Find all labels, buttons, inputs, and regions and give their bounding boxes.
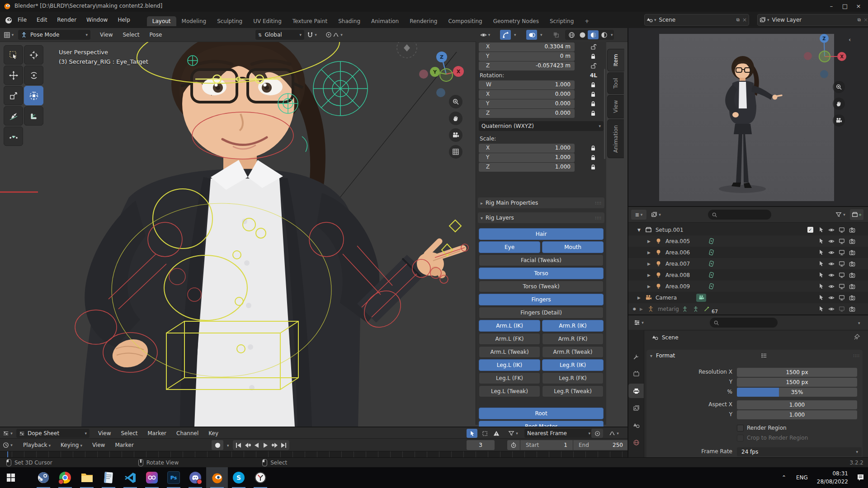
notepad-icon[interactable] [98,467,119,488]
location-x-row[interactable]: X0.3304 m [479,42,604,52]
location-y-row[interactable]: Y0 m [479,52,604,61]
filter-type-icon[interactable]: ▾ [648,210,664,220]
dope-menu-view[interactable]: View [93,430,116,436]
presets-list-icon[interactable] [761,352,767,359]
display-mode-dropdown[interactable]: ≣▾ [631,210,646,220]
rotation-lock-badge[interactable]: 4L [590,72,597,79]
rig-layer-root[interactable]: Root [479,408,604,419]
editor-type-timeline-icon[interactable]: ▾ [2,441,14,450]
notification-center-icon[interactable] [853,474,868,481]
proportional-editing-icon[interactable] [591,429,603,438]
hide-eye-icon[interactable] [828,261,835,267]
tool-transform[interactable] [24,86,43,105]
lock-icon[interactable] [590,91,596,98]
frame-start-field[interactable]: Start1 [520,440,573,450]
zoom-view-icon[interactable] [449,95,462,108]
tab-render-properties[interactable] [628,366,644,381]
frame-rate-dropdown[interactable]: 24 fps▾ [737,447,862,456]
lock-icon[interactable] [590,101,596,107]
outliner-search-input[interactable] [708,210,771,220]
overlays-options-chevron[interactable]: ▾ [540,33,542,37]
tool-cursor[interactable] [24,45,43,65]
vscode-icon[interactable] [119,467,141,488]
rotation-y-row[interactable]: Y0.000 [479,99,604,108]
hide-eye-icon[interactable] [828,306,835,312]
collection-checkbox[interactable]: ✓ [807,227,813,233]
rig-layer-hair[interactable]: Hair [479,228,604,240]
render-disable-camera-icon[interactable] [849,227,855,233]
disclosure-triangle-icon[interactable]: ▼ [637,228,641,232]
tab-shading[interactable]: Shading [333,16,366,26]
rig-layer-fingers[interactable]: Fingers [479,294,604,305]
light-data-icon[interactable] [708,283,715,290]
rig-layer-arm-l-ik[interactable]: Arm.L (IK) [479,320,540,332]
rotation-x-row[interactable]: X0.000 [479,90,604,99]
zoom-view-icon[interactable] [833,81,845,93]
sidebar-tab-tool[interactable]: Tool [607,72,624,94]
jump-to-start-button[interactable] [234,441,243,450]
rig-layer-leg-r-fk[interactable]: Leg.R (FK) [542,372,604,384]
tab-layout[interactable]: Layout [147,16,176,26]
selectable-pointer-icon[interactable] [818,272,824,278]
proportional-editing-icon[interactable]: ▾ [324,30,344,40]
selectable-pointer-icon[interactable] [818,283,824,289]
properties-search-input[interactable] [710,318,778,328]
tab-view-layer-properties[interactable] [628,401,644,415]
outliner-row-light[interactable]: ▶ Area.005 [628,235,868,247]
camera-view-icon[interactable] [449,128,462,142]
timeline-menu-marker[interactable]: Marker [110,442,138,448]
collapse-panel-chevron[interactable]: ‹ [849,36,851,43]
tool-measure[interactable] [24,106,43,126]
dope-menu-marker[interactable]: Marker [143,430,171,436]
tab-scene-properties[interactable] [628,418,644,432]
tool-select-box[interactable] [4,45,23,65]
shading-rendered-icon[interactable] [599,30,609,39]
location-z-row[interactable]: Z-0.057423 m [479,61,604,70]
selectable-pointer-icon[interactable] [818,261,824,267]
tab-tool-properties[interactable] [628,349,644,364]
skype-icon[interactable]: S [228,467,250,488]
transform-orientation-selector[interactable]: ⇅ Global ▾ [255,30,304,40]
view-layer-selector[interactable]: ▾ View Layer ⧉ × [757,14,868,26]
photoshop-icon[interactable]: Ps [163,467,184,488]
jump-prev-keyframe-button[interactable] [243,441,252,450]
format-panel-title[interactable]: Format [656,352,675,359]
disclosure-triangle-icon[interactable]: ▶ [647,262,651,266]
aspect-y-field[interactable]: 1.000 [737,410,857,419]
breadcrumb-scene[interactable]: Scene [662,334,679,341]
gizmo-axis-neg-y[interactable] [440,69,453,81]
properties-options-chevron[interactable]: ▾ [858,321,860,325]
navigation-gizmo[interactable]: Y Z X [418,46,472,100]
tab-output-properties[interactable] [628,384,644,398]
outliner-row-light[interactable]: ▶ Area.009 [628,281,868,292]
disclosure-triangle-icon[interactable]: ▶ [647,273,651,277]
keying-menu[interactable]: Keying▾ [56,442,87,448]
scale-z-row[interactable]: Z1.000 [479,163,604,172]
rig-layer-leg-l-fk[interactable]: Leg.L (FK) [479,372,540,384]
panel-grip-icon[interactable]: :::: [853,354,860,358]
minimize-button[interactable]: – [825,3,838,9]
viewport-menu-select[interactable]: Select [118,32,144,38]
disclosure-triangle-icon[interactable]: ▶ [647,250,651,255]
sidebar-tab-view[interactable]: View [607,95,624,118]
only-selected-pointer-icon[interactable] [467,429,477,438]
viewport-disable-screen-icon[interactable] [839,227,845,233]
editor-type-dope-icon[interactable]: ▾ [2,429,14,438]
dope-menu-key[interactable]: Key [203,430,223,436]
clock-app-icon[interactable] [250,467,271,488]
render-disable-camera-icon[interactable] [849,272,855,278]
remove-view-layer-icon[interactable]: × [863,17,868,23]
scene-selector[interactable]: ▾ Scene ⧉ × [644,14,749,26]
maximize-button[interactable]: □ [838,3,852,9]
render-disable-camera-icon[interactable] [849,306,855,312]
show-gizmo-icon[interactable] [500,30,511,40]
disclosure-triangle-icon[interactable]: ▶ [647,284,651,289]
tray-language[interactable]: ENG [792,474,812,481]
rig-layer-leg-l-tweak[interactable]: Leg.L (Tweak) [479,385,540,397]
tab-scripting[interactable]: Scripting [544,16,579,26]
dope-menu-channel[interactable]: Channel [171,430,203,436]
hide-eye-icon[interactable] [828,283,835,290]
menu-edit[interactable]: Edit [32,17,52,23]
disclosure-triangle-icon[interactable]: ▶ [637,296,641,300]
close-button[interactable]: × [852,3,865,9]
